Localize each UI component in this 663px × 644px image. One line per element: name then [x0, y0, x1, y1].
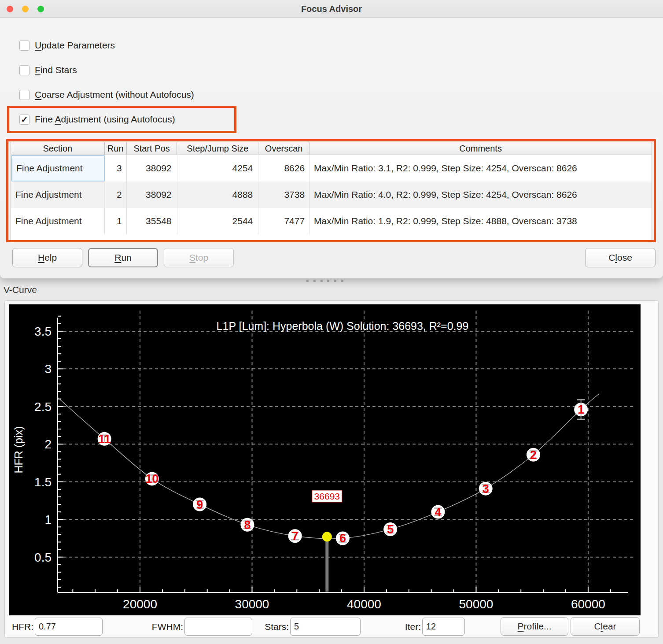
iter-input[interactable] — [422, 618, 465, 636]
x-tick-label: 50000 — [459, 597, 494, 611]
fwhm-label: FWHM: — [146, 618, 183, 636]
focus-advisor-dialog: Focus Advisor Update ParametersFind Star… — [0, 0, 663, 278]
checkbox-label: Coarse Adjustment (without Autofocus) — [35, 89, 194, 100]
cell-start_pos[interactable]: 38092 — [127, 155, 177, 181]
svg-text:4: 4 — [435, 506, 441, 519]
checkbox-unchecked[interactable] — [19, 41, 29, 51]
data-point-9: 9 — [193, 498, 206, 511]
cell-run[interactable]: 2 — [105, 181, 127, 208]
svg-text:1: 1 — [578, 403, 584, 416]
solution-dot — [322, 532, 332, 542]
stars-input[interactable] — [290, 618, 361, 636]
y-tick-label: 2.5 — [34, 400, 52, 414]
checkbox-row-update[interactable]: Update Parameters — [19, 39, 115, 52]
iter-label: Iter: — [397, 618, 421, 636]
cell-start_pos[interactable]: 35548 — [127, 208, 177, 234]
y-tick-label: 2 — [44, 437, 52, 451]
cell-comments[interactable]: Max/Min Ratio: 1.9, R2: 0.999, Step Size… — [309, 208, 652, 234]
table-filler — [11, 234, 652, 240]
cell-step_jump_size[interactable]: 4254 — [177, 155, 259, 181]
splitter-grip[interactable] — [306, 280, 343, 282]
cell-overscan[interactable]: 7477 — [258, 208, 309, 234]
y-tick-label: 1.5 — [34, 475, 52, 489]
cell-section[interactable]: Fine Adjustment — [11, 155, 105, 181]
stars-label: Stars: — [260, 618, 289, 636]
titlebar[interactable]: Focus Advisor — [0, 0, 663, 18]
cell-comments[interactable]: Max/Min Ratio: 3.1, R2: 0.999, Step Size… — [309, 155, 652, 181]
table-row[interactable]: Fine Adjustment13554825447477Max/Min Rat… — [11, 208, 652, 234]
chart-title: L1P [Lum]: Hyperbola (W) Solution: 36693… — [217, 320, 469, 332]
data-point-4: 4 — [431, 505, 445, 519]
data-point-8: 8 — [240, 518, 254, 532]
cell-overscan[interactable]: 8626 — [258, 155, 309, 181]
data-point-6: 6 — [336, 531, 350, 545]
svg-text:5: 5 — [387, 523, 394, 536]
table-header: SectionRunStart PosStep/Jump SizeOversca… — [11, 142, 652, 155]
data-point-11: 11 — [98, 432, 111, 446]
svg-text:9: 9 — [196, 498, 203, 511]
clear-button[interactable]: Clear — [571, 617, 640, 636]
cell-section[interactable]: Fine Adjustment — [11, 181, 105, 208]
svg-text:8: 8 — [244, 518, 250, 532]
svg-text:2: 2 — [530, 448, 537, 462]
table-row[interactable]: Fine Adjustment23809248883738Max/Min Rat… — [11, 181, 652, 208]
y-tick-label: 3.5 — [34, 325, 52, 338]
y-axis-label: HFR (pix) — [12, 426, 25, 474]
vcurve-chart: 20000300004000050000600000.511.522.533.5… — [9, 304, 641, 615]
help-button[interactable]: Help — [12, 248, 82, 267]
svg-text:6: 6 — [339, 532, 346, 545]
checkbox-checked[interactable]: ✓ — [19, 115, 29, 125]
x-tick-label: 30000 — [235, 597, 269, 611]
solution-label: 36693 — [312, 490, 342, 502]
cell-step_jump_size[interactable]: 2544 — [177, 208, 259, 234]
stop-button[interactable]: Stop — [164, 248, 234, 267]
column-header-run[interactable]: Run — [105, 142, 127, 155]
checkbox-row-coarse[interactable]: Coarse Adjustment (without Autofocus) — [19, 88, 194, 101]
window-title: Focus Advisor — [0, 0, 663, 18]
column-header-section[interactable]: Section — [11, 142, 105, 155]
data-point-7: 7 — [288, 529, 302, 543]
cell-run[interactable]: 3 — [105, 155, 127, 181]
column-header-comments[interactable]: Comments — [309, 142, 652, 155]
table-row[interactable]: Fine Adjustment33809242548626Max/Min Rat… — [11, 155, 652, 181]
y-tick-label: 0.5 — [34, 551, 52, 564]
vcurve-plot: 20000300004000050000600000.511.522.533.5… — [9, 304, 641, 615]
svg-text:7: 7 — [292, 529, 298, 543]
fwhm-input[interactable] — [184, 618, 252, 636]
checkbox-label: Find Stars — [35, 65, 77, 75]
close-button[interactable]: Close — [585, 248, 656, 267]
runs-table[interactable]: SectionRunStart PosStep/Jump SizeOversca… — [11, 142, 652, 241]
x-tick-label: 20000 — [123, 597, 157, 611]
svg-text:10: 10 — [145, 472, 158, 485]
data-point-5: 5 — [383, 522, 397, 536]
data-point-3: 3 — [479, 482, 493, 496]
hfr-input[interactable] — [35, 618, 103, 636]
checkbox-unchecked[interactable] — [19, 90, 29, 100]
checkbox-label: Update Parameters — [35, 40, 115, 51]
column-header-step-jump-size[interactable]: Step/Jump Size — [177, 142, 258, 155]
svg-text:36693: 36693 — [314, 491, 340, 501]
vcurve-panel: 20000300004000050000600000.511.522.533.5… — [4, 300, 659, 638]
cell-run[interactable]: 1 — [105, 208, 127, 234]
checkbox-row-find[interactable]: Find Stars — [19, 63, 77, 77]
run-button[interactable]: Run — [88, 248, 158, 267]
column-header-overscan[interactable]: Overscan — [258, 142, 309, 155]
hyperbola-curve — [58, 394, 599, 539]
y-tick-label: 3 — [44, 362, 52, 376]
checkbox-row-fine[interactable]: ✓Fine Adjustment (using Autofocus) — [19, 113, 175, 126]
cell-comments[interactable]: Max/Min Ratio: 4.0, R2: 0.999, Step Size… — [309, 181, 652, 208]
checkbox-unchecked[interactable] — [19, 65, 29, 75]
table-body: Fine Adjustment33809242548626Max/Min Rat… — [11, 155, 652, 234]
cell-step_jump_size[interactable]: 4888 — [177, 181, 259, 208]
column-header-start-pos[interactable]: Start Pos — [127, 142, 177, 155]
svg-text:3: 3 — [483, 482, 489, 496]
cell-overscan[interactable]: 3738 — [258, 181, 309, 208]
cell-section[interactable]: Fine Adjustment — [11, 208, 105, 234]
cell-start_pos[interactable]: 38092 — [127, 181, 177, 208]
x-tick-label: 40000 — [347, 597, 381, 611]
svg-text:11: 11 — [98, 433, 111, 446]
profile-button[interactable]: Profile... — [501, 617, 568, 636]
data-point-1: 1 — [574, 400, 588, 419]
data-point-2: 2 — [527, 448, 540, 462]
hfr-label: HFR: — [5, 618, 33, 636]
